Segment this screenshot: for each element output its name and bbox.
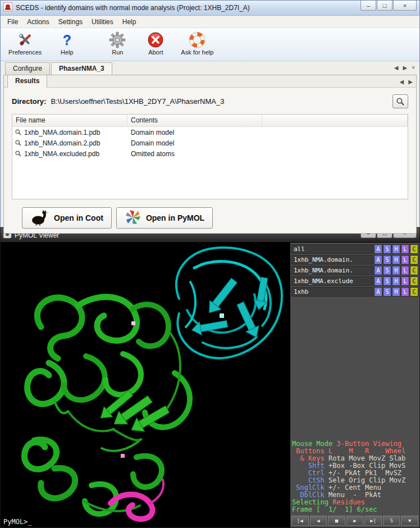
open-in-pymol-label: Open in PyMOL xyxy=(146,213,204,222)
label-menu-button[interactable]: L xyxy=(401,287,409,297)
open-in-coot-label: Open in Coot xyxy=(54,213,103,222)
scene-button[interactable]: S xyxy=(383,516,400,526)
object-name-button[interactable]: 1xhb_NMA.domain. xyxy=(291,266,373,275)
mouse-help-segment: SnglClk xyxy=(292,484,328,491)
table-row[interactable]: 1xhb_NMA.domain.2.pdb Domain model xyxy=(12,138,408,148)
mouse-help-segment: L M R Wheel xyxy=(328,447,405,455)
object-row: 1xhb_NMA.domain. A S H L C xyxy=(291,266,418,275)
action-menu-button[interactable]: A xyxy=(374,244,382,254)
tab-next-icon[interactable]: ▶ xyxy=(403,65,407,71)
show-menu-button[interactable]: S xyxy=(383,266,391,275)
browse-directory-button[interactable] xyxy=(392,94,408,108)
hide-menu-button[interactable]: H xyxy=(392,266,400,275)
label-menu-button[interactable]: L xyxy=(401,244,409,254)
color-menu-button[interactable]: C xyxy=(410,255,418,265)
object-row: 1xhb_NMA.domain. A S H L C xyxy=(291,255,418,265)
inner-tab-prev-icon[interactable]: ◀ xyxy=(400,79,404,85)
close-button[interactable]: × xyxy=(393,1,417,11)
menu-dropdown-button[interactable]: ▼ xyxy=(401,516,418,526)
action-menu-button[interactable]: A xyxy=(374,255,382,265)
object-name-button[interactable]: all xyxy=(291,244,373,254)
hide-menu-button[interactable]: H xyxy=(392,287,400,297)
coot-bird-icon xyxy=(30,209,49,227)
mouse-help-segment: Mouse Mode xyxy=(292,440,336,448)
magnifier-icon xyxy=(396,97,405,106)
color-menu-button[interactable]: C xyxy=(410,244,418,254)
menu-utilities[interactable]: Utilities xyxy=(87,16,118,28)
tab-nav: ◀ ▶ × xyxy=(394,65,415,71)
hide-menu-button[interactable]: H xyxy=(392,244,400,254)
mouse-help-segment: Buttons xyxy=(292,447,328,455)
file-table: File name Contents 1xhb_NMA.domain.1.pdb… xyxy=(12,114,408,199)
object-name-button[interactable]: 1xhb_NMA.domain. xyxy=(291,255,373,265)
table-row[interactable]: 1xhb_NMA.domain.1.pdb Domain model xyxy=(12,127,408,138)
object-list: all A S H L C 1xhb_NMA.domain. A S H L C… xyxy=(290,243,419,297)
label-menu-button[interactable]: L xyxy=(401,255,409,265)
tab-phasernma-3[interactable]: PhaserNMA_3 xyxy=(51,62,112,75)
magnifier-icon xyxy=(15,139,22,147)
action-menu-button[interactable]: A xyxy=(374,266,382,275)
magnifier-icon xyxy=(15,150,22,157)
minimize-button[interactable]: – xyxy=(360,1,376,11)
show-menu-button[interactable]: S xyxy=(383,276,391,286)
play-button[interactable]: ▶ xyxy=(346,516,364,526)
tab-prev-icon[interactable]: ◀ xyxy=(394,65,399,71)
label-menu-button[interactable]: L xyxy=(401,266,409,275)
tab-close-icon[interactable]: × xyxy=(412,65,415,71)
pymol-window: PyMOL Viewer – □ × xyxy=(0,227,420,528)
preferences-tools-icon xyxy=(17,31,34,48)
stop-button[interactable]: ■ xyxy=(328,516,345,526)
menu-settings[interactable]: Settings xyxy=(54,16,87,28)
color-menu-button[interactable]: C xyxy=(410,276,418,286)
file-table-header: File name Contents xyxy=(12,115,408,127)
mouse-help-segment: Menu - PkAt xyxy=(328,491,381,499)
action-menu-button[interactable]: A xyxy=(374,287,382,297)
help-button[interactable]: ? Help xyxy=(52,30,82,57)
header-spacer xyxy=(262,115,408,126)
step-back-button[interactable]: ◀ xyxy=(310,516,327,526)
mouse-help-segment: +/- PkAt Pk1 MvSZ xyxy=(328,469,401,477)
directory-path: B:\Users\oeffner\Tests\1XHB_2DY7_A\Phase… xyxy=(51,97,388,106)
object-name-button[interactable]: 1xhb_NMA.exclude xyxy=(291,276,373,286)
object-name-button[interactable]: 1xhb xyxy=(291,287,373,297)
menu-file[interactable]: File xyxy=(3,16,22,28)
mouse-help-segment: & Keys xyxy=(292,454,328,462)
show-menu-button[interactable]: S xyxy=(383,244,391,254)
preferences-label: Preferences xyxy=(8,49,42,56)
tab-configure[interactable]: Configure xyxy=(5,62,50,75)
menu-help[interactable]: Help xyxy=(118,16,141,28)
action-menu-button[interactable]: A xyxy=(374,276,382,286)
pymol-body: PyMOL>_ all A S H L C 1xhb_NMA.domain. A… xyxy=(1,243,419,527)
show-menu-button[interactable]: S xyxy=(383,255,391,265)
inner-tab-next-icon[interactable]: ▶ xyxy=(408,79,413,85)
show-menu-button[interactable]: S xyxy=(383,287,391,297)
hide-menu-button[interactable]: H xyxy=(392,255,400,265)
color-menu-button[interactable]: C xyxy=(410,266,418,275)
mouse-help-segment: 3-Button Viewing xyxy=(336,440,401,448)
tab-results[interactable]: Results xyxy=(7,75,47,88)
open-in-pymol-button[interactable]: Open in PyMOL xyxy=(116,207,213,229)
menu-actions[interactable]: Actions xyxy=(22,16,53,28)
ask-for-help-button[interactable]: Ask for help xyxy=(179,30,216,57)
rewind-button[interactable]: |◀ xyxy=(291,516,309,526)
preferences-button[interactable]: Preferences xyxy=(6,30,44,57)
maximize-button[interactable]: □ xyxy=(377,1,392,11)
run-button[interactable]: Run xyxy=(102,30,133,57)
hide-menu-button[interactable]: H xyxy=(392,276,400,286)
header-contents: Contents xyxy=(127,115,262,126)
open-in-coot-button[interactable]: Open in Coot xyxy=(22,207,112,229)
color-menu-button[interactable]: C xyxy=(410,287,418,297)
magnifier-icon xyxy=(15,129,22,136)
molecule-viewport[interactable]: PyMOL>_ xyxy=(1,243,290,527)
abort-icon xyxy=(147,31,164,48)
mouse-help-segment: Shft xyxy=(292,462,328,470)
abort-button[interactable]: Abort xyxy=(140,30,171,57)
label-menu-button[interactable]: L xyxy=(401,276,409,286)
fast-forward-button[interactable]: ▶| xyxy=(364,516,382,526)
file-name: 1xhb_NMA.domain.2.pdb xyxy=(24,139,100,147)
panel-spacer xyxy=(290,297,419,440)
file-contents: Omitted atoms xyxy=(127,150,262,158)
pymol-command-prompt[interactable]: PyMOL>_ xyxy=(3,518,32,526)
table-row[interactable]: 1xhb_NMA.excluded.pdb Omitted atoms xyxy=(12,148,408,159)
object-row: 1xhb A S H L C xyxy=(291,287,418,297)
